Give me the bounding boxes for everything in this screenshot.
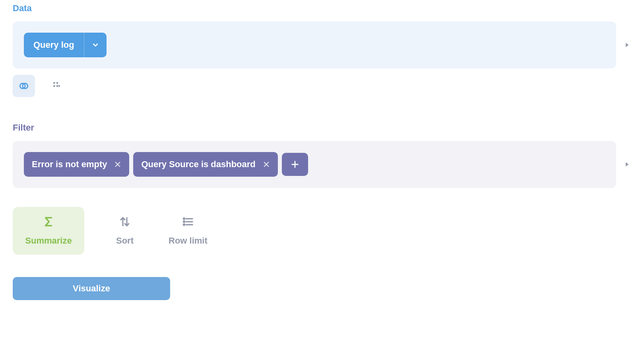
filter-chip-label: Query Source is dashboard xyxy=(141,159,255,170)
filter-chip-label: Error is not empty xyxy=(32,159,107,170)
custom-column-button[interactable] xyxy=(46,75,68,97)
sort-button[interactable]: Sort xyxy=(113,207,137,255)
sort-icon xyxy=(119,216,131,229)
svg-point-17 xyxy=(183,224,184,225)
add-filter-button[interactable] xyxy=(282,153,308,176)
filter-chip[interactable]: Error is not empty xyxy=(24,152,129,177)
filter-heading: Filter xyxy=(13,123,631,133)
filter-row: Error is not empty Query Source is dashb… xyxy=(13,141,631,188)
svg-point-15 xyxy=(183,218,184,219)
filter-panel: Error is not empty Query Source is dashb… xyxy=(13,141,616,188)
sort-label: Sort xyxy=(116,236,134,246)
sigma-icon xyxy=(43,216,54,229)
close-icon[interactable] xyxy=(263,161,270,168)
svg-rect-2 xyxy=(53,82,55,84)
svg-rect-3 xyxy=(56,82,58,84)
action-tiles-row: Summarize Sort Row limit xyxy=(13,207,631,255)
close-icon[interactable] xyxy=(114,161,121,168)
chevron-down-icon[interactable] xyxy=(84,33,107,57)
row-limit-button[interactable]: Row limit xyxy=(165,207,211,255)
row-limit-label: Row limit xyxy=(169,236,208,246)
summarize-button[interactable]: Summarize xyxy=(13,207,84,255)
svg-rect-4 xyxy=(53,85,55,87)
data-source-label: Query log xyxy=(24,33,84,57)
data-heading: Data xyxy=(13,3,631,14)
data-row: Query log xyxy=(13,21,631,68)
summarize-label: Summarize xyxy=(25,236,72,246)
data-source-pill[interactable]: Query log xyxy=(24,33,107,57)
data-tools-row xyxy=(13,75,631,97)
list-icon xyxy=(182,216,194,229)
visualize-button[interactable]: Visualize xyxy=(13,277,170,300)
data-panel: Query log xyxy=(13,21,616,68)
svg-rect-5 xyxy=(56,85,58,87)
svg-point-16 xyxy=(183,221,184,222)
join-data-button[interactable] xyxy=(13,75,35,97)
expand-data-icon[interactable] xyxy=(623,41,631,49)
filter-chip[interactable]: Query Source is dashboard xyxy=(133,152,277,177)
expand-filter-icon[interactable] xyxy=(623,160,631,169)
